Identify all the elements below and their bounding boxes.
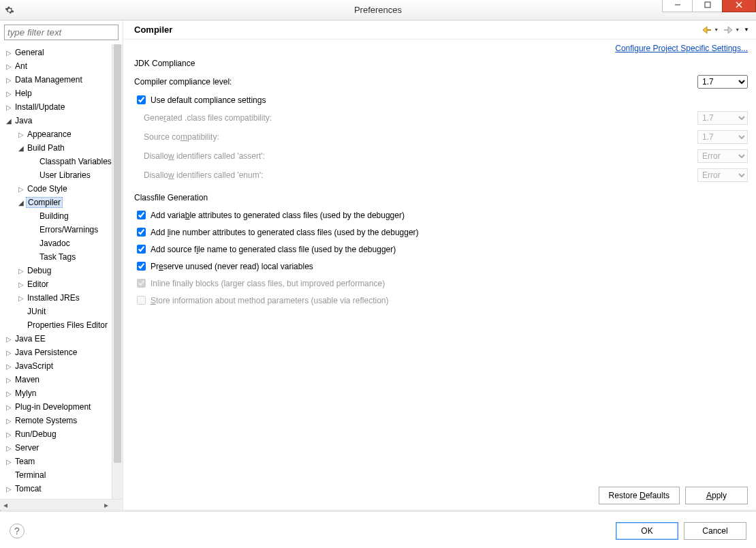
tree-item-build-path[interactable]: ◢Build Path [0,141,123,155]
twisty-closed-icon[interactable]: ▷ [4,376,14,384]
tree-item-team[interactable]: ▷Team [0,455,123,468]
tree-item-java[interactable]: ◢Java [0,114,123,127]
source-compat-label: Source compatibility: [144,132,219,142]
tree-item-label: Mylyn [14,389,36,398]
add-variable-attributes-checkbox[interactable] [137,211,146,219]
tree-item-javadoc[interactable]: Javadoc [0,237,123,250]
close-button[interactable] [722,0,756,12]
scrollbar-thumb[interactable] [114,44,121,463]
twisty-closed-icon[interactable]: ▷ [4,49,14,57]
tree-item-label: Ant [14,61,27,71]
twisty-closed-icon[interactable]: ▷ [4,485,14,493]
tree-horizontal-scrollbar[interactable]: ◂ ▸ [0,499,123,510]
add-source-file-checkbox[interactable] [137,245,146,254]
preference-tree[interactable]: ▷General▷Ant▷Data Management▷Help▷Instal… [0,44,123,510]
twisty-open-icon[interactable]: ◢ [16,144,26,152]
twisty-closed-icon[interactable]: ▷ [4,104,14,111]
twisty-closed-icon[interactable]: ▷ [4,431,14,438]
tree-item-installed-jres[interactable]: ▷Installed JREs [0,291,123,305]
tree-item-tomcat[interactable]: ▷Tomcat [0,482,123,496]
tree-item-help[interactable]: ▷Help [0,87,123,100]
tree-item-javascript[interactable]: ▷JavaScript [0,359,123,373]
tree-item-plug-in-development[interactable]: ▷Plug-in Development [0,400,123,414]
tree-item-properties-files-editor[interactable]: Properties Files Editor [0,318,123,332]
twisty-closed-icon[interactable]: ▷ [4,444,14,452]
twisty-closed-icon[interactable]: ▷ [4,417,14,425]
compliance-level-select[interactable]: 1.7 [697,75,748,89]
gen-class-label: Generated .class files compatibility: [144,113,272,123]
twisty-closed-icon[interactable]: ▷ [4,363,14,370]
ok-button[interactable]: OK [616,522,678,540]
tree-item-data-management[interactable]: ▷Data Management [0,73,123,87]
tree-item-label: Appearance [26,130,72,139]
tree-item-install-update[interactable]: ▷Install/Update [0,100,123,114]
twisty-closed-icon[interactable]: ▷ [4,390,14,397]
twisty-closed-icon[interactable]: ▷ [16,267,26,275]
cancel-button[interactable]: Cancel [684,522,746,540]
tree-item-java-ee[interactable]: ▷Java EE [0,332,123,346]
maximize-button[interactable] [692,0,723,12]
left-pane: ▷General▷Ant▷Data Management▷Help▷Instal… [0,20,123,510]
tree-item-run-debug[interactable]: ▷Run/Debug [0,427,123,441]
tree-item-appearance[interactable]: ▷Appearance [0,127,123,141]
twisty-closed-icon[interactable]: ▷ [4,335,14,343]
view-menu-icon[interactable]: ▼ [744,27,749,33]
tree-item-general[interactable]: ▷General [0,46,123,59]
twisty-open-icon[interactable]: ◢ [4,117,14,125]
tree-item-label: Compiler [26,197,63,208]
store-method-params-label: Store information about method parameter… [151,296,389,305]
twisty-closed-icon[interactable]: ▷ [4,404,14,411]
tree-item-debug[interactable]: ▷Debug [0,264,123,277]
tree-item-java-persistence[interactable]: ▷Java Persistence [0,346,123,359]
back-button[interactable]: ▼ [702,25,719,35]
filter-input[interactable] [4,25,119,40]
tree-item-label: Plug-in Development [14,402,91,412]
enum-select: Error [697,168,748,182]
twisty-closed-icon[interactable]: ▷ [16,294,26,302]
twisty-closed-icon[interactable]: ▷ [4,458,14,466]
tree-item-label: Tomcat [14,484,42,493]
add-line-number-checkbox[interactable] [137,228,146,237]
tree-item-mylyn[interactable]: ▷Mylyn [0,386,123,400]
tree-item-label: User Libraries [38,170,91,180]
tree-item-maven[interactable]: ▷Maven [0,373,123,386]
twisty-closed-icon[interactable]: ▷ [4,90,14,97]
add-source-file-label: Add source file name to generated class … [151,245,396,254]
tree-item-terminal[interactable]: Terminal [0,468,123,482]
use-default-checkbox[interactable] [137,95,146,104]
tree-item-user-libraries[interactable]: User Libraries [0,168,123,182]
tree-item-label: Team [14,457,35,466]
tree-item-junit[interactable]: JUnit [0,305,123,318]
tree-item-task-tags[interactable]: Task Tags [0,250,123,264]
tree-item-server[interactable]: ▷Server [0,441,123,455]
twisty-closed-icon[interactable]: ▷ [16,281,26,288]
tree-item-code-style[interactable]: ▷Code Style [0,182,123,196]
tree-item-label: Maven [14,375,40,384]
twisty-closed-icon[interactable]: ▷ [16,185,26,193]
add-variable-attributes-label: Add variable attributes to generated cla… [151,211,405,220]
twisty-open-icon[interactable]: ◢ [16,199,26,207]
scroll-right-icon[interactable]: ▸ [101,500,112,510]
tree-item-label: Editor [26,279,48,289]
tree-item-editor[interactable]: ▷Editor [0,277,123,291]
minimize-button[interactable] [662,0,693,12]
forward-button[interactable]: ▼ [723,25,740,35]
tree-item-remote-systems[interactable]: ▷Remote Systems [0,414,123,427]
window-title: Preferences [354,5,402,15]
tree-item-compiler[interactable]: ◢Compiler [0,196,123,209]
scroll-left-icon[interactable]: ◂ [0,500,11,510]
twisty-closed-icon[interactable]: ▷ [4,76,14,84]
tree-item-errors-warnings[interactable]: Errors/Warnings [0,223,123,237]
twisty-closed-icon[interactable]: ▷ [4,63,14,70]
tree-item-classpath-variables[interactable]: Classpath Variables [0,155,123,168]
twisty-closed-icon[interactable]: ▷ [16,131,26,138]
tree-item-ant[interactable]: ▷Ant [0,59,123,73]
tree-vertical-scrollbar[interactable] [112,44,123,499]
tree-item-building[interactable]: Building [0,209,123,223]
preserve-unused-checkbox[interactable] [137,262,146,271]
configure-project-link[interactable]: Configure Project Specific Settings... [615,44,748,53]
twisty-closed-icon[interactable]: ▷ [4,349,14,356]
apply-button[interactable]: Apply [685,487,748,504]
help-icon[interactable]: ? [10,523,25,538]
restore-defaults-button[interactable]: Restore Defaults [599,487,680,504]
